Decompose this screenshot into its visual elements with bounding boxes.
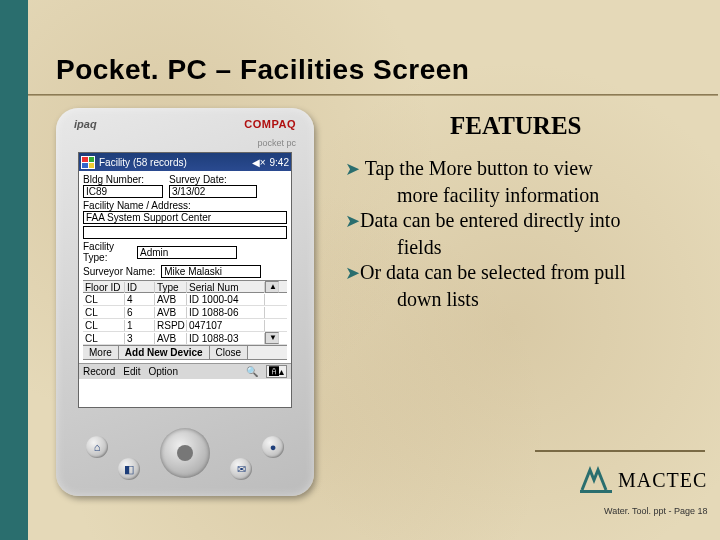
svg-rect-0 bbox=[580, 490, 612, 493]
table-header: Floor ID ID Type Serial Num ▲ bbox=[83, 280, 287, 293]
facility-type-label: Facility Type: bbox=[83, 241, 131, 263]
button-bar: More Add New Device Close bbox=[83, 345, 287, 360]
dpad[interactable] bbox=[160, 428, 210, 478]
footer-divider bbox=[535, 450, 705, 452]
bullet-2: ➤Data can be entered directly into bbox=[345, 208, 705, 233]
bullet-text: Tap the More button to view bbox=[365, 157, 593, 179]
page-footer: Water. Tool. ppt - Page 18 bbox=[604, 506, 708, 516]
col-id: ID bbox=[125, 282, 155, 293]
col-type: Type bbox=[155, 282, 187, 293]
start-icon[interactable] bbox=[81, 156, 95, 169]
search-icon[interactable]: 🔍 bbox=[246, 366, 258, 377]
facility-name-label: Facility Name / Address: bbox=[83, 200, 287, 211]
taskbar: Facility (58 records) ◀× 9:42 bbox=[79, 153, 291, 171]
bullet-arrow-icon: ➤ bbox=[345, 159, 360, 179]
col-floor: Floor ID bbox=[83, 282, 125, 293]
hardware-buttons: ⌂ ◧ ✉ ● bbox=[56, 420, 314, 488]
device-screen: Facility (58 records) ◀× 9:42 Bldg Numbe… bbox=[78, 152, 292, 408]
bldg-field[interactable]: IC89 bbox=[83, 185, 163, 198]
hw-button-1[interactable]: ⌂ bbox=[86, 436, 108, 458]
table-row[interactable]: CL 3 AVB ID 1088-03 ▼ bbox=[83, 332, 287, 345]
bullet-1: ➤ Tap the More button to view bbox=[345, 156, 705, 181]
facility-type-field[interactable]: Admin bbox=[137, 246, 237, 259]
taskbar-time: 9:42 bbox=[270, 157, 289, 168]
bullet-arrow-icon: ➤ bbox=[345, 263, 360, 283]
brand-pocketpc: pocket pc bbox=[257, 138, 296, 148]
speaker-icon[interactable]: ◀× bbox=[252, 157, 266, 168]
pda-device: ipaq COMPAQ pocket pc Facility (58 recor… bbox=[56, 108, 314, 496]
bldg-label: Bldg Number: bbox=[83, 174, 163, 185]
accent-sidebar bbox=[0, 0, 28, 540]
bullet-text: Data can be entered directly into bbox=[360, 209, 620, 231]
col-serial: Serial Num bbox=[187, 282, 265, 293]
survey-date-field[interactable]: 3/13/02 bbox=[169, 185, 257, 198]
table-row[interactable]: CL 6 AVB ID 1088-06 bbox=[83, 306, 287, 319]
bullet-3-cont: down lists bbox=[345, 287, 705, 312]
bullet-arrow-icon: ➤ bbox=[345, 211, 360, 231]
surveyor-label: Surveyor Name: bbox=[83, 266, 155, 277]
menubar: Record Edit Option 🔍 🅰▴ bbox=[79, 363, 291, 379]
close-button[interactable]: Close bbox=[210, 346, 249, 359]
facility-addr-field[interactable] bbox=[83, 226, 287, 239]
survey-date-label: Survey Date: bbox=[169, 174, 257, 185]
facility-name-field[interactable]: FAA System Support Center bbox=[83, 211, 287, 224]
company-logo: MACTEC bbox=[580, 466, 707, 494]
add-new-device-button[interactable]: Add New Device bbox=[119, 346, 210, 359]
surveyor-field[interactable]: Mike Malaski bbox=[161, 265, 261, 278]
device-brand-row: ipaq COMPAQ bbox=[74, 118, 296, 138]
logo-text: MACTEC bbox=[618, 469, 707, 492]
menu-record[interactable]: Record bbox=[83, 366, 115, 377]
hw-button-3[interactable]: ✉ bbox=[230, 458, 252, 480]
hw-button-2[interactable]: ◧ bbox=[118, 458, 140, 480]
slide-title: Pocket. PC – Facilities Screen bbox=[56, 54, 469, 86]
bullet-3: ➤Or data can be selected from pull bbox=[345, 260, 705, 285]
bullet-1-cont: more facility information bbox=[345, 183, 705, 208]
feature-bullets: ➤ Tap the More button to view more facil… bbox=[345, 156, 705, 312]
menu-edit[interactable]: Edit bbox=[123, 366, 140, 377]
form-area: Bldg Number: IC89 Survey Date: 3/13/02 F… bbox=[79, 171, 291, 363]
table-row[interactable]: CL 1 RSPD 047107 bbox=[83, 319, 287, 332]
mactec-logo-icon bbox=[580, 466, 612, 494]
taskbar-title: Facility (58 records) bbox=[99, 157, 187, 168]
scroll-down-icon[interactable]: ▼ bbox=[265, 332, 279, 344]
table-row[interactable]: CL 4 AVB ID 1000-04 bbox=[83, 293, 287, 306]
hw-button-4[interactable]: ● bbox=[262, 436, 284, 458]
more-button[interactable]: More bbox=[83, 346, 119, 359]
brand-ipaq: ipaq bbox=[74, 118, 97, 138]
features-heading: FEATURES bbox=[450, 112, 582, 140]
scroll-up-icon[interactable]: ▲ bbox=[265, 281, 279, 293]
menu-option[interactable]: Option bbox=[148, 366, 177, 377]
brand-compaq: COMPAQ bbox=[244, 118, 296, 138]
bullet-2-cont: fields bbox=[345, 235, 705, 260]
keyboard-icon[interactable]: 🅰▴ bbox=[266, 365, 287, 378]
bullet-text: Or data can be selected from pull bbox=[360, 261, 625, 283]
title-underline bbox=[28, 94, 718, 96]
